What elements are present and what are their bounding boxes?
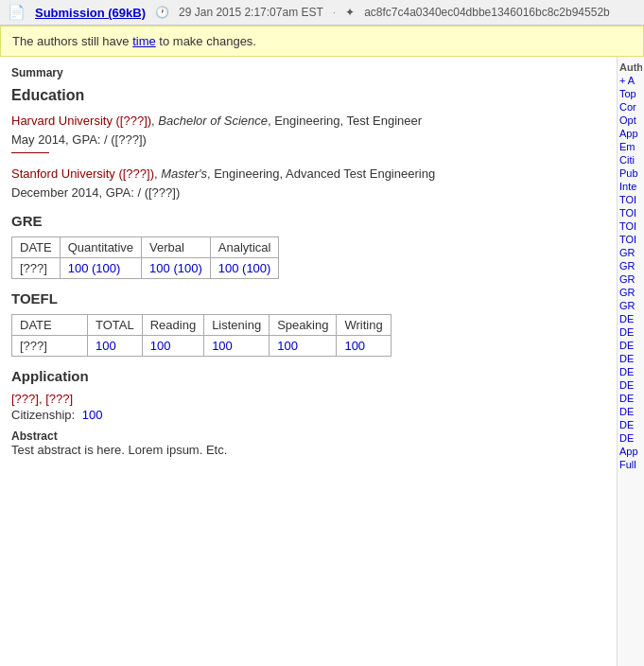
toefl-col-date: DATE xyxy=(12,315,88,336)
gre-col-verbal: Verbal xyxy=(142,237,211,258)
citizenship-label: Citizenship: xyxy=(11,408,75,422)
harvard-divider xyxy=(11,152,49,153)
sidebar-item-app[interactable]: App xyxy=(619,127,642,140)
education-entry-2: Stanford University ([???]), Master's, E… xyxy=(11,165,605,202)
sidebar-item-citi[interactable]: Citi xyxy=(619,153,642,166)
sidebar-auth-label: Auth xyxy=(619,61,642,74)
sidebar-item-em[interactable]: Em xyxy=(619,140,642,153)
education-heading: Education xyxy=(11,87,605,104)
stanford-date-gpa: December 2014, GPA: / ([???]) xyxy=(11,184,605,202)
sidebar-item-full[interactable]: Full xyxy=(619,458,642,471)
sidebar-item-pub[interactable]: Pub xyxy=(619,166,642,180)
branch-icon: ✦ xyxy=(345,6,355,19)
submission-date: 29 Jan 2015 2:17:07am EST xyxy=(179,6,323,19)
gre-row1-analytical: 100 (100) xyxy=(210,258,279,279)
sidebar-item-de9[interactable]: DE xyxy=(619,418,642,431)
content-panel: Summary Education Harvard University ([?… xyxy=(0,57,618,666)
sidebar-item-toi1[interactable]: TOI xyxy=(619,193,642,206)
pdf-icon: 📄 xyxy=(8,4,26,21)
gre-col-quantitative: Quantitative xyxy=(60,237,141,258)
gre-row1-verbal: 100 (100) xyxy=(142,258,211,279)
sidebar-item-toi4[interactable]: TOI xyxy=(619,233,642,246)
gre-table: DATE Quantitative Verbal Analytical [???… xyxy=(11,237,279,279)
notice-text-before: The authors still have xyxy=(12,34,132,48)
right-sidebar: Auth + A Top Cor Opt App Em Citi Pub Int… xyxy=(618,57,644,666)
sidebar-item-gr4[interactable]: GR xyxy=(619,286,642,299)
toefl-col-total: TOTAL xyxy=(88,315,143,336)
clock-icon: 🕐 xyxy=(155,6,169,19)
sidebar-item-de3[interactable]: DE xyxy=(619,339,642,352)
education-entry-1: Harvard University ([???]), Bachelor of … xyxy=(11,112,605,153)
gre-col-date: DATE xyxy=(12,237,61,258)
application-app-line: [???], [???] xyxy=(11,392,605,406)
separator-dot: · xyxy=(333,6,336,19)
sidebar-item-de10[interactable]: DE xyxy=(619,431,642,445)
sidebar-item-opt[interactable]: Opt xyxy=(619,114,642,127)
toefl-table: DATE TOTAL Reading Listening Speaking Wr… xyxy=(11,314,392,357)
sidebar-item-inte[interactable]: Inte xyxy=(619,180,642,193)
sidebar-item-de4[interactable]: DE xyxy=(619,352,642,365)
sidebar-item-de2[interactable]: DE xyxy=(619,325,642,339)
commit-hash[interactable]: ac8fc7c4a0340ec04dbbe1346016bc8c2b94552b xyxy=(364,6,610,19)
gre-col-analytical: Analytical xyxy=(210,237,279,258)
notice-bar: The authors still have time to make chan… xyxy=(0,26,644,57)
toefl-row-1: [???] 100 100 100 100 100 xyxy=(12,336,392,357)
sidebar-item-gr5[interactable]: GR xyxy=(619,299,642,312)
stanford-degree: Master's xyxy=(161,166,207,181)
toefl-row1-date: [???] xyxy=(12,336,88,357)
sidebar-item-de7[interactable]: DE xyxy=(619,392,642,405)
stanford-link[interactable]: Stanford University ([???]) xyxy=(11,166,154,181)
sidebar-item-appfull[interactable]: App xyxy=(619,445,642,458)
gre-row-1: [???] 100 (100) 100 (100) 100 (100) xyxy=(12,258,279,279)
harvard-date-gpa: May 2014, GPA: / ([???]) xyxy=(11,131,605,149)
toefl-row1-listening: 100 xyxy=(204,336,270,357)
application-section: Application [???], [???] Citizenship: 10… xyxy=(11,368,605,457)
sidebar-add-label[interactable]: + A xyxy=(619,74,642,87)
toefl-row1-speaking: 100 xyxy=(270,336,337,357)
harvard-degree: Bachelor of Science xyxy=(158,114,268,128)
summary-label: Summary xyxy=(11,66,605,79)
toefl-row1-total: 100 xyxy=(88,336,143,357)
citizenship-value: 100 xyxy=(82,408,103,422)
submission-title[interactable]: Submission (69kB) xyxy=(35,6,146,20)
sidebar-item-top[interactable]: Top xyxy=(619,87,642,100)
gre-section: GRE DATE Quantitative Verbal Analytical … xyxy=(11,213,605,279)
harvard-link[interactable]: Harvard University ([???]) xyxy=(11,114,151,128)
sidebar-item-gr3[interactable]: GR xyxy=(619,272,642,286)
sidebar-item-de1[interactable]: DE xyxy=(619,312,642,325)
sidebar-item-de8[interactable]: DE xyxy=(619,405,642,418)
toefl-col-speaking: Speaking xyxy=(270,315,337,336)
stanford-field: , Engineering, Advanced Test Engineering xyxy=(207,166,435,181)
sidebar-item-toi3[interactable]: TOI xyxy=(619,219,642,233)
toefl-row1-writing: 100 xyxy=(337,336,391,357)
toefl-row1-reading: 100 xyxy=(142,336,203,357)
sidebar-item-toi2[interactable]: TOI xyxy=(619,206,642,219)
abstract-label: Abstract xyxy=(11,429,605,443)
toefl-col-writing: Writing xyxy=(337,315,391,336)
sidebar-item-de6[interactable]: DE xyxy=(619,378,642,392)
toefl-col-reading: Reading xyxy=(142,315,203,336)
application-heading: Application xyxy=(11,368,605,384)
sidebar-item-de5[interactable]: DE xyxy=(619,365,642,378)
notice-text-after: to make changes. xyxy=(156,34,256,48)
citizenship-line: Citizenship: 100 xyxy=(11,408,605,422)
toefl-section: TOEFL DATE TOTAL Reading Listening Speak… xyxy=(11,290,605,357)
harvard-field: , Engineering, Test Engineer xyxy=(268,114,422,128)
gre-row1-date: [???] xyxy=(12,258,61,279)
main-layout: Summary Education Harvard University ([?… xyxy=(0,57,644,666)
abstract-text: Test abstract is here. Lorem ipsum. Etc. xyxy=(11,443,605,457)
sidebar-item-gr1[interactable]: GR xyxy=(619,246,642,259)
sidebar-item-gr2[interactable]: GR xyxy=(619,259,642,272)
gre-row1-quant: 100 (100) xyxy=(60,258,141,279)
header-bar: 📄 Submission (69kB) 🕐 29 Jan 2015 2:17:0… xyxy=(0,0,644,26)
gre-heading: GRE xyxy=(11,213,605,229)
notice-time-link[interactable]: time xyxy=(132,34,156,48)
toefl-heading: TOEFL xyxy=(11,290,605,307)
sidebar-item-cor[interactable]: Cor xyxy=(619,100,642,114)
toefl-col-listening: Listening xyxy=(204,315,270,336)
